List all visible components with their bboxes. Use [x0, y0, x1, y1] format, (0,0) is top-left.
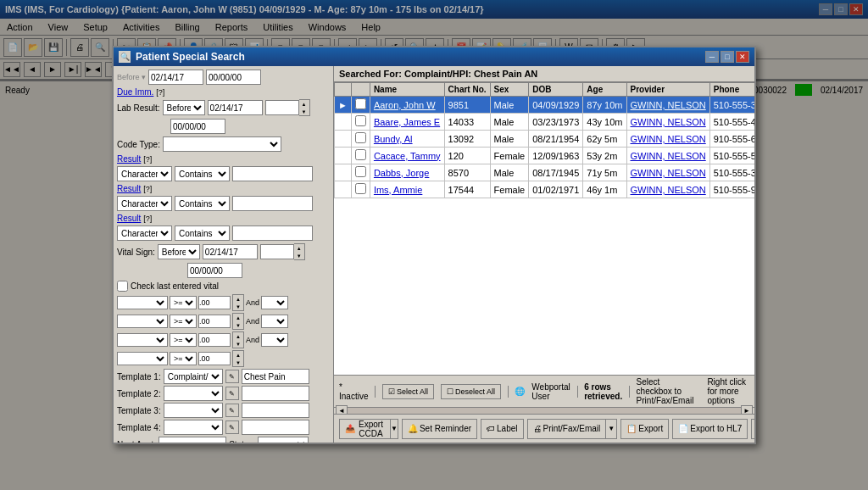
- row-arrow-cell: ►: [335, 97, 352, 99]
- due-imm-link[interactable]: Due Imm.: [117, 87, 153, 97]
- patient-special-search-modal: 🔍 Patient Special Search ─ □ ✕ Before ▾ …: [112, 46, 756, 98]
- due-imm-label-row: Due Imm. [?]: [117, 87, 330, 97]
- row-name-cell[interactable]: Aaron, John W: [370, 97, 444, 99]
- modal-window-controls: ─ □ ✕: [705, 51, 749, 63]
- results-tbody: ►Aaron, John W9851Male04/09/192987y 10mG…: [335, 97, 755, 99]
- row-age: 87y 10m: [583, 97, 626, 99]
- col-age: Age: [583, 83, 626, 97]
- col-provider: Provider: [626, 83, 709, 97]
- col-phone: Phone: [709, 83, 754, 97]
- results-table: Name Chart No. Sex DOB Age Provider Phon…: [334, 82, 754, 98]
- search-criteria-panel: Before ▾ Due Imm. [?] Lab Result: Before: [114, 66, 334, 98]
- due-imm-date1[interactable]: [148, 70, 203, 85]
- row-sex: Male: [490, 97, 529, 99]
- modal-overlay: 🔍 Patient Special Search ─ □ ✕ Before ▾ …: [0, 0, 868, 98]
- row-provider[interactable]: GWINN, NELSON: [626, 97, 709, 99]
- modal-title-text: Patient Special Search: [136, 51, 245, 63]
- col-name: Name: [370, 83, 444, 97]
- search-info-text: Searched For: Complaint/HPI: Chest Pain …: [339, 69, 537, 79]
- modal-restore[interactable]: □: [721, 51, 734, 63]
- table-row[interactable]: ►Aaron, John W9851Male04/09/192987y 10mG…: [335, 97, 755, 99]
- col-check: [351, 83, 370, 97]
- modal-icon: 🔍: [119, 51, 131, 63]
- modal-minimize[interactable]: ─: [705, 51, 719, 63]
- modal-close[interactable]: ✕: [736, 51, 749, 63]
- row-phone: 510-555-3911: [709, 97, 754, 99]
- modal-title-bar: 🔍 Patient Special Search ─ □ ✕: [114, 47, 754, 66]
- results-panel: Searched For: Complaint/HPI: Chest Pain …: [334, 66, 754, 98]
- col-sex: Sex: [490, 83, 529, 97]
- col-dob: DOB: [529, 83, 583, 97]
- row-dob: 04/09/1929: [529, 97, 583, 99]
- row-check-cell[interactable]: [351, 97, 370, 99]
- col-chart: Chart No.: [444, 83, 490, 97]
- row-chart: 9851: [444, 97, 490, 99]
- col-arrow: [335, 83, 352, 97]
- search-info-bar: Searched For: Complaint/HPI: Chest Pain …: [334, 66, 754, 82]
- due-imm-row: Before ▾: [117, 70, 330, 85]
- table-header-row: Name Chart No. Sex DOB Age Provider Phon…: [335, 83, 755, 97]
- results-table-wrapper[interactable]: Name Chart No. Sex DOB Age Provider Phon…: [334, 82, 754, 98]
- due-imm-date2[interactable]: [206, 70, 261, 85]
